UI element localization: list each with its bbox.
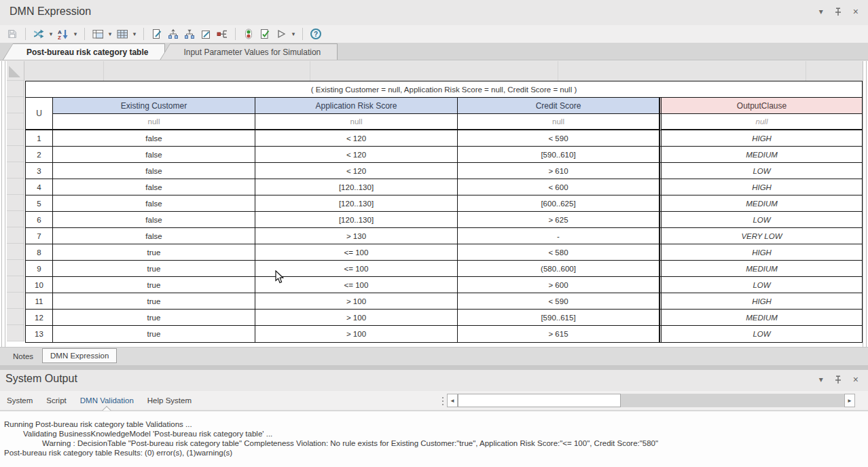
rule-input-cell[interactable]: [120..130]: [255, 195, 458, 212]
rule-input-cell[interactable]: < 600: [458, 179, 659, 195]
tab-dmn-expression[interactable]: DMN Expression: [42, 348, 117, 363]
gutter-cell[interactable]: [7, 260, 24, 276]
table-style-icon[interactable]: [91, 27, 105, 41]
rule-input-cell[interactable]: -: [458, 228, 659, 244]
rule-output-cell[interactable]: LOW: [659, 326, 862, 342]
chevron-down-icon[interactable]: ▾: [132, 31, 137, 37]
chevron-down-icon[interactable]: ▾: [48, 31, 54, 37]
rule-input-cell[interactable]: [590..610]: [458, 147, 659, 163]
chevron-down-icon[interactable]: ▾: [73, 31, 78, 37]
rule-output-cell[interactable]: MEDIUM: [659, 261, 862, 277]
run-simulation-icon[interactable]: [274, 27, 288, 41]
output-tab-help-system[interactable]: Help System: [147, 391, 192, 410]
gutter-cell[interactable]: [7, 81, 24, 97]
add-row-below-icon[interactable]: [183, 27, 196, 41]
rule-input-cell[interactable]: > 600: [458, 277, 659, 293]
rule-input-cell[interactable]: false: [53, 130, 255, 147]
rule-input-cell[interactable]: < 120: [255, 130, 458, 147]
rule-input-cell[interactable]: > 610: [458, 163, 659, 179]
rule-input-cell[interactable]: <= 100: [255, 277, 458, 293]
edit-document-icon[interactable]: [150, 27, 164, 41]
gutter-cell[interactable]: [7, 293, 24, 309]
rule-output-cell[interactable]: LOW: [659, 163, 862, 179]
scroll-right-button[interactable]: ►: [844, 394, 855, 407]
rule-number-cell[interactable]: 10: [26, 277, 53, 293]
rule-output-cell[interactable]: HIGH: [659, 293, 862, 310]
rule-number-cell[interactable]: 2: [26, 147, 53, 163]
rule-input-cell[interactable]: < 590: [458, 130, 659, 147]
rule-input-cell[interactable]: false: [53, 147, 255, 163]
validate-document-icon[interactable]: [258, 27, 272, 41]
rule-input-cell[interactable]: false: [53, 179, 255, 195]
rule-input-cell[interactable]: > 130: [255, 228, 458, 244]
edit-cell-icon[interactable]: [199, 27, 213, 41]
chevron-down-icon[interactable]: ▾: [291, 31, 296, 37]
rule-output-cell[interactable]: MEDIUM: [659, 195, 862, 212]
window-menu-icon[interactable]: ▾: [819, 375, 823, 384]
rule-input-cell[interactable]: > 100: [255, 326, 458, 342]
merge-cells-icon[interactable]: [215, 27, 229, 41]
right-splitter[interactable]: [863, 61, 867, 347]
output-tab-script[interactable]: Script: [46, 391, 66, 410]
scroll-left-button[interactable]: ◄: [447, 394, 458, 407]
output-tab-dmn-validation[interactable]: DMN Validation: [80, 391, 134, 410]
rule-input-cell[interactable]: <= 100: [255, 261, 458, 277]
rule-number-cell[interactable]: 4: [26, 179, 53, 195]
rule-input-cell[interactable]: < 590: [458, 293, 659, 310]
rule-input-cell[interactable]: > 615: [458, 326, 659, 342]
rule-input-cell[interactable]: > 625: [458, 212, 659, 228]
gutter-cell[interactable]: [7, 244, 24, 260]
rule-number-cell[interactable]: 13: [26, 326, 53, 342]
rule-number-cell[interactable]: 12: [26, 310, 53, 326]
sort-az-icon[interactable]: AZ: [56, 27, 70, 41]
tab-post-bureau-risk-category-table[interactable]: Post-bureau risk category table: [3, 43, 165, 60]
input-default-cell[interactable]: null: [53, 114, 255, 130]
table-grid-icon[interactable]: [115, 27, 129, 41]
rule-number-cell[interactable]: 9: [26, 261, 53, 277]
rule-input-cell[interactable]: false: [53, 195, 255, 212]
rule-number-cell[interactable]: 7: [26, 228, 53, 244]
add-row-above-icon[interactable]: [166, 27, 180, 41]
input-column-header[interactable]: Credit Score: [458, 98, 659, 114]
help-icon[interactable]: ?: [309, 27, 323, 41]
gutter-cell[interactable]: [7, 113, 24, 130]
gutter-cell[interactable]: [7, 130, 24, 146]
rule-input-cell[interactable]: <= 100: [255, 244, 458, 261]
rule-output-cell[interactable]: MEDIUM: [659, 310, 862, 326]
pin-icon[interactable]: [835, 375, 842, 384]
rule-input-cell[interactable]: [120..130]: [255, 179, 458, 195]
left-splitter[interactable]: [1, 61, 5, 347]
tab-notes[interactable]: Notes: [5, 350, 41, 363]
scrollbar-thumb[interactable]: [458, 394, 621, 407]
gutter-cell[interactable]: [7, 179, 24, 195]
rule-output-cell[interactable]: VERY LOW: [659, 228, 862, 244]
rule-input-cell[interactable]: < 120: [255, 147, 458, 163]
gutter-cell[interactable]: [7, 146, 24, 162]
rule-input-cell[interactable]: [600..625]: [458, 195, 659, 212]
close-icon[interactable]: ×: [853, 375, 858, 384]
rule-input-cell[interactable]: [120..130]: [255, 212, 458, 228]
rule-input-cell[interactable]: < 120: [255, 163, 458, 179]
rule-input-cell[interactable]: > 100: [255, 310, 458, 326]
shuffle-icon[interactable]: [32, 27, 46, 41]
output-default-cell[interactable]: null: [659, 114, 862, 130]
input-default-cell[interactable]: null: [458, 114, 659, 130]
panel-splitter[interactable]: [0, 365, 868, 370]
save-icon[interactable]: [5, 27, 19, 41]
rule-input-cell[interactable]: true: [53, 293, 255, 310]
gutter-cell[interactable]: [7, 195, 24, 211]
scrollbar-grip[interactable]: [441, 396, 444, 406]
rule-input-cell[interactable]: true: [53, 310, 255, 326]
rule-input-cell[interactable]: true: [53, 277, 255, 293]
rule-input-cell[interactable]: > 100: [255, 293, 458, 310]
rule-number-cell[interactable]: 8: [26, 244, 53, 261]
rule-number-cell[interactable]: 11: [26, 293, 53, 310]
rule-number-cell[interactable]: 3: [26, 163, 53, 179]
rule-number-cell[interactable]: 6: [26, 212, 53, 228]
chevron-down-icon[interactable]: ▾: [107, 31, 113, 37]
rule-output-cell[interactable]: HIGH: [659, 179, 862, 195]
gutter-cell[interactable]: [7, 227, 24, 244]
select-all-cell[interactable]: [7, 61, 24, 81]
gutter-cell[interactable]: [7, 162, 24, 179]
gutter-cell[interactable]: [7, 309, 24, 325]
